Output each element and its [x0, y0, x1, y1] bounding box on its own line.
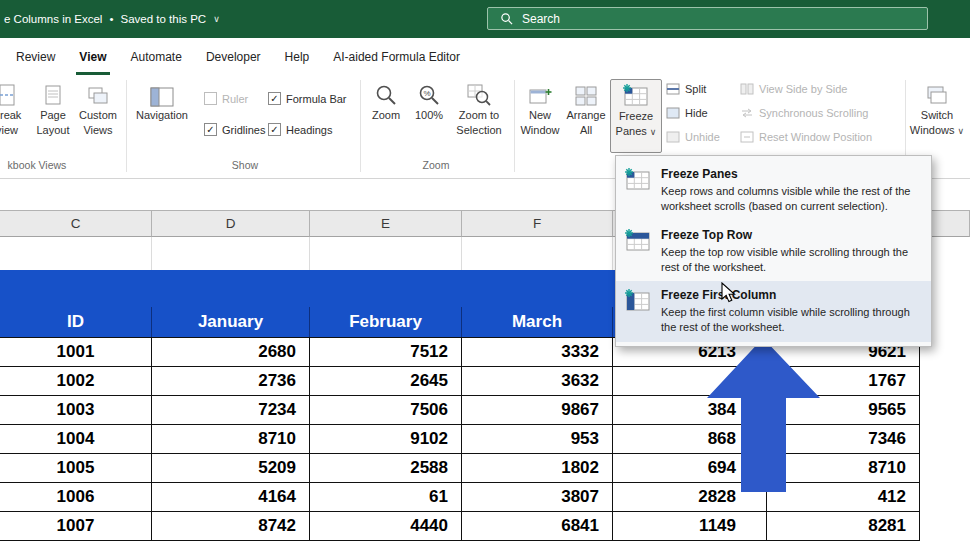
- menu-item-freeze-first-column[interactable]: Freeze First Column Keep the first colum…: [616, 281, 931, 342]
- tab-automate[interactable]: Automate: [119, 38, 194, 75]
- zoom-100-button[interactable]: % 100%: [408, 79, 450, 153]
- tab-view[interactable]: View: [67, 38, 118, 75]
- table-cell[interactable]: 5209: [152, 454, 310, 483]
- table-cell[interactable]: 7506: [310, 396, 462, 425]
- search-box[interactable]: Search: [487, 7, 928, 30]
- formula-bar-checkbox[interactable]: ✓ Formula Bar: [268, 92, 347, 105]
- freeze-panes-icon: [623, 80, 649, 108]
- headings-checkbox[interactable]: ✓ Headings: [268, 123, 332, 136]
- column-header-d[interactable]: D: [152, 210, 310, 237]
- table-cell[interactable]: 2645: [310, 367, 462, 396]
- table-cell[interactable]: 6841: [462, 512, 613, 541]
- cell[interactable]: [0, 237, 152, 270]
- button-label: Reset Window Position: [759, 131, 872, 143]
- switch-windows-button[interactable]: Switch Windows ∨: [908, 79, 966, 153]
- freeze-panes-option-icon: [625, 168, 651, 192]
- view-side-by-side-icon: [740, 83, 754, 95]
- menu-item-text: Freeze Panes Keep rows and columns visib…: [661, 167, 913, 214]
- column-header-e[interactable]: E: [310, 210, 462, 237]
- group-label-show: Show: [205, 159, 285, 171]
- cell[interactable]: [152, 237, 310, 270]
- chevron-down-icon[interactable]: ∨: [213, 14, 220, 24]
- button-label: Selection: [456, 124, 501, 137]
- page-break-preview-button[interactable]: Break view: [0, 79, 30, 153]
- group-divider: [514, 80, 515, 172]
- title-bar: e Columns in Excel • Saved to this PC ∨ …: [0, 0, 970, 38]
- hide-icon: [666, 107, 680, 119]
- menu-item-freeze-top-row[interactable]: Freeze Top Row Keep the top row visible …: [616, 221, 931, 282]
- menu-item-text: Freeze Top Row Keep the top row visible …: [661, 228, 913, 275]
- tab-developer[interactable]: Developer: [194, 38, 273, 75]
- button-label: Window: [520, 124, 559, 137]
- tab-ai-formula-editor[interactable]: AI-aided Formula Editor: [321, 38, 472, 75]
- freeze-panes-button[interactable]: Freeze Panes ∨: [610, 79, 662, 153]
- table-cell[interactable]: 1003: [0, 396, 152, 425]
- table-cell[interactable]: 1004: [0, 425, 152, 454]
- menu-item-title: Freeze Panes: [661, 167, 913, 181]
- document-title-area[interactable]: e Columns in Excel • Saved to this PC ∨: [4, 0, 220, 38]
- table-cell[interactable]: 1002: [0, 367, 152, 396]
- table-row: 100787424440684111498281: [0, 512, 920, 541]
- table-cell[interactable]: 1001: [0, 338, 152, 367]
- header-cell-january[interactable]: January: [152, 307, 310, 337]
- search-placeholder: Search: [522, 12, 560, 26]
- table-cell[interactable]: 8742: [152, 512, 310, 541]
- table-cell[interactable]: 61: [310, 483, 462, 512]
- group-divider: [126, 80, 127, 172]
- table-cell[interactable]: 1005: [0, 454, 152, 483]
- zoom-to-selection-button[interactable]: Zoom to Selection: [451, 79, 507, 153]
- table-cell[interactable]: 4164: [152, 483, 310, 512]
- button-label: Zoom: [372, 109, 400, 122]
- checkbox-label: Ruler: [222, 93, 248, 105]
- zoom-to-selection-icon: [467, 79, 491, 107]
- checkbox-label: Gridlines: [222, 124, 265, 136]
- table-cell[interactable]: 9867: [462, 396, 613, 425]
- split-button[interactable]: Split: [666, 83, 706, 95]
- table-cell[interactable]: 953: [462, 425, 613, 454]
- custom-views-button[interactable]: Custom Views: [74, 79, 122, 153]
- ribbon-tab-row: Review View Automate Developer Help AI-a…: [0, 38, 970, 75]
- menu-item-title: Freeze First Column: [661, 288, 913, 302]
- gridlines-checkbox[interactable]: ✓ Gridlines: [204, 123, 265, 136]
- table-cell[interactable]: 1006: [0, 483, 152, 512]
- new-window-button[interactable]: New Window: [517, 79, 563, 153]
- table-cell[interactable]: 1007: [0, 512, 152, 541]
- table-cell[interactable]: 1149: [613, 512, 767, 541]
- arrange-all-icon: [574, 79, 598, 107]
- arrange-all-button[interactable]: Arrange All: [563, 79, 609, 153]
- button-label: Windows ∨: [910, 124, 964, 137]
- zoom-button[interactable]: Zoom: [364, 79, 408, 153]
- table-cell[interactable]: 3332: [462, 338, 613, 367]
- table-cell[interactable]: 2588: [310, 454, 462, 483]
- table-cell[interactable]: 1802: [462, 454, 613, 483]
- table-cell[interactable]: 8710: [152, 425, 310, 454]
- table-cell[interactable]: 3632: [462, 367, 613, 396]
- column-header-f[interactable]: F: [462, 210, 613, 237]
- table-cell[interactable]: 9102: [310, 425, 462, 454]
- button-label: Unhide: [685, 131, 720, 143]
- table-cell[interactable]: 8281: [767, 512, 920, 541]
- header-cell-february[interactable]: February: [310, 307, 462, 337]
- table-cell[interactable]: 7234: [152, 396, 310, 425]
- page-layout-button[interactable]: Page Layout: [30, 79, 76, 153]
- button-label: 100%: [415, 109, 443, 122]
- menu-item-description: Keep the first column visible while scro…: [661, 305, 913, 335]
- table-cell[interactable]: 2680: [152, 338, 310, 367]
- tab-review[interactable]: Review: [4, 38, 67, 75]
- cell[interactable]: [462, 237, 613, 270]
- header-cell-march[interactable]: March: [462, 307, 613, 337]
- button-label: Split: [685, 83, 706, 95]
- navigation-button[interactable]: Navigation: [134, 79, 190, 153]
- table-cell[interactable]: 4440: [310, 512, 462, 541]
- table-cell[interactable]: 3807: [462, 483, 613, 512]
- menu-item-description: Keep the top row visible while scrolling…: [661, 245, 913, 275]
- column-header-c[interactable]: C: [0, 210, 152, 237]
- table-cell[interactable]: 2736: [152, 367, 310, 396]
- svg-text:%: %: [423, 89, 430, 98]
- hide-button[interactable]: Hide: [666, 107, 708, 119]
- menu-item-freeze-panes[interactable]: Freeze Panes Keep rows and columns visib…: [616, 160, 931, 221]
- cell[interactable]: [310, 237, 462, 270]
- tab-help[interactable]: Help: [273, 38, 322, 75]
- table-cell[interactable]: 7512: [310, 338, 462, 367]
- header-cell-id[interactable]: ID: [0, 307, 152, 337]
